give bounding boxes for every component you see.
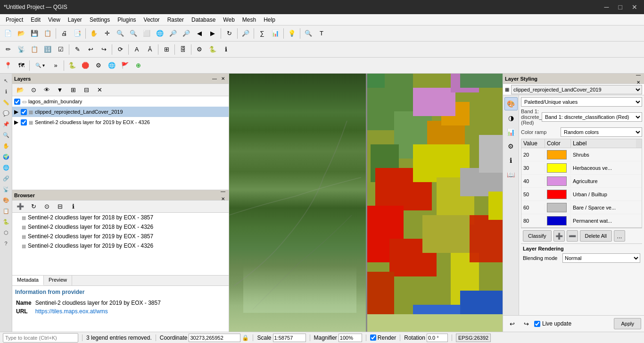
minimize-button[interactable]: ─ [602,2,612,12]
color-swatch-30[interactable] [545,162,571,174]
close-button[interactable]: ✕ [629,2,640,12]
zoom-full-button[interactable]: 🌐 [154,27,166,40]
tool-wms[interactable]: 📡 [1,184,11,194]
redo-button[interactable]: ↪ [98,43,110,56]
calculator-button[interactable]: ∑ [256,27,268,40]
zoom-previous-button[interactable]: ◀ [193,27,206,40]
zoom-layer-button[interactable]: 🔎 [167,27,179,40]
label-button[interactable]: A [131,43,143,56]
map-splitter[interactable] [366,74,367,332]
layer-item-sentinel[interactable]: ▶ ▦ Sentinel-2 cloudless layer for 2019 … [12,117,229,127]
color-swatch-80[interactable] [545,215,571,226]
menu-mesh[interactable]: Mesh [239,16,260,24]
classify-button[interactable]: Classify [523,230,552,242]
refresh-browser-btn[interactable]: ↻ [27,201,40,213]
search-btn[interactable]: 🔍 ▾ [32,59,49,72]
print-layout-button[interactable]: 🖨 [58,27,70,40]
layers-close-btn[interactable]: — [211,75,218,83]
location-button[interactable]: 📍 [2,59,14,72]
search-input[interactable] [3,333,78,343]
save-as-button[interactable]: 📋 [41,27,54,40]
tool-globe[interactable]: 🌍 [1,151,11,162]
tool-measure[interactable]: 📏 [1,97,11,108]
renderer-type-select[interactable]: Paletted/Unique values [521,97,642,107]
layer-checkbox-lagos[interactable] [14,99,20,105]
select-button[interactable]: ☑ [55,43,67,56]
open-layer-btn[interactable]: 📂 [14,84,26,96]
map-canvas[interactable] [229,74,503,332]
gps-button[interactable]: 📡 [15,43,27,56]
expand-all-btn[interactable]: ⊞ [67,84,79,96]
styling-layer-dropdown[interactable]: clipped_reprojected_LandCover_2019 [511,85,642,94]
new-project-button[interactable]: 📄 [2,27,14,40]
menu-raster[interactable]: Raster [164,16,188,24]
layer-checkbox-landcover[interactable] [21,109,27,115]
label-40[interactable]: Agriculture [571,177,642,185]
globe-button[interactable]: 🌐 [106,59,118,72]
menu-plugins[interactable]: Plugins [114,16,140,24]
label2-button[interactable]: Ā [144,43,156,56]
collapse-all-btn[interactable]: ⊟ [80,84,92,96]
db-manager-button[interactable]: 🗄 [177,43,189,56]
menu-vector[interactable]: Vector [140,16,164,24]
scale-input[interactable] [273,334,306,342]
coordinate-input[interactable] [189,334,240,342]
more-options-button[interactable]: ... [614,230,625,242]
info-url-value[interactable]: https://tiles.maps.eox.at/wms [35,308,108,315]
menu-project[interactable]: Project [2,16,27,24]
style-icon-histogram[interactable]: 📊 [504,125,518,139]
tool-pan[interactable]: ✋ [1,141,11,151]
color-swatch-60[interactable] [545,202,571,213]
layer-item-landcover[interactable]: ▶ ▦ clipped_reprojected_LandCover_2019 [12,107,229,117]
live-update-checkbox[interactable] [534,321,540,327]
filter-browser-btn[interactable]: ⊙ [41,201,53,213]
label-20[interactable]: Shrubs [571,151,642,159]
identify-button[interactable]: 🔎 [239,27,252,40]
menu-view[interactable]: View [44,16,64,24]
style-icon-rendering[interactable]: ⚙ [504,140,518,153]
browser-close-btn[interactable]: — [219,188,227,195]
blending-select[interactable]: Normal [562,253,640,263]
field-calc-button[interactable]: 🔢 [41,43,54,56]
browser-item-1[interactable]: ▦ Sentinel-2 cloudless layer for 2018 by… [12,222,229,232]
style-icon-transparency[interactable]: ◑ [504,111,518,125]
browser-item-0[interactable]: ▦ Sentinel-2 cloudless layer for 2018 by… [12,213,229,222]
rotate-button[interactable]: ⟳ [114,43,126,56]
collapse-browser-btn[interactable]: ⊟ [54,201,66,213]
band-select[interactable]: Band 1: discrete_classification (Red) [542,112,642,122]
tool-connect[interactable]: 🔗 [1,173,11,184]
zoom-next-button[interactable]: ▶ [206,27,219,40]
filter-layer-btn[interactable]: ⊙ [27,84,40,96]
tool-zoom[interactable]: 🔍 [1,130,11,140]
layer-visibility-btn[interactable]: 👁 [41,84,53,96]
python2-button[interactable]: 🐍 [66,59,78,72]
properties-browser-btn[interactable]: ℹ [67,201,79,213]
cursor-button[interactable]: ⊕ [132,59,144,72]
rotation-input[interactable] [427,334,448,342]
add-layer-browser-btn[interactable]: ➕ [14,201,26,213]
edit-button[interactable]: ✎ [71,43,83,56]
label-30[interactable]: Herbaceous ve... [571,164,642,172]
add-class-button[interactable]: ➕ [553,230,565,242]
processing-button[interactable]: ⚙ [193,43,206,56]
tool-python[interactable]: 🐍 [1,217,11,227]
stats-button[interactable]: 📊 [269,27,281,40]
epsg-button[interactable]: EPSG:26392 [456,334,491,342]
style-icon-legend[interactable]: 📖 [504,168,518,181]
tool-network[interactable]: 🌐 [1,162,11,173]
more-btn[interactable]: » [50,59,62,72]
maximize-button[interactable]: □ [616,2,625,12]
redo-style-btn[interactable]: ↪ [520,318,532,330]
attribute-button[interactable]: 📋 [28,43,41,56]
menu-help[interactable]: Help [260,16,279,24]
tab-metadata[interactable]: Metadata [12,276,44,285]
menu-database[interactable]: Database [188,16,219,24]
menu-edit[interactable]: Edit [27,16,44,24]
layer-checkbox-sentinel[interactable] [21,119,27,125]
label-60[interactable]: Bare / Sparce ve... [571,204,642,211]
magnifier-input[interactable] [339,334,362,342]
tab-preview[interactable]: Preview [44,276,72,285]
zoom-rubber-button[interactable]: ⬜ [140,27,153,40]
tool-annotate[interactable]: 💬 [1,108,11,118]
remove-layer-btn[interactable]: ✕ [93,84,106,96]
